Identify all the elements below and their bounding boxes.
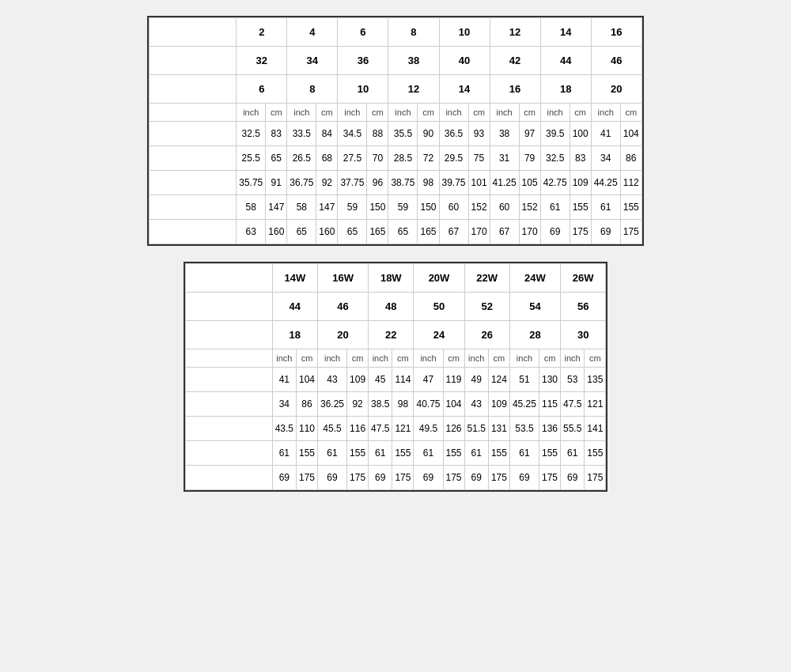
t2-eu-48: 48 bbox=[369, 293, 414, 321]
t2-us-24w: 24W bbox=[509, 264, 560, 293]
height-8-inch: 69 bbox=[591, 220, 620, 244]
t2-hollow-1-inch: 61 bbox=[272, 441, 296, 466]
hips-8-cm: 112 bbox=[620, 171, 642, 195]
t2-hips-6-cm: 136 bbox=[539, 417, 560, 441]
unit-cm-4: cm bbox=[418, 104, 439, 122]
t2-hips-3-cm: 121 bbox=[392, 417, 414, 441]
hollow-6-inch: 60 bbox=[490, 195, 519, 220]
t1-us-16: 16 bbox=[591, 18, 642, 47]
bust-2-cm: 84 bbox=[316, 122, 338, 146]
hollow-4-inch: 59 bbox=[388, 195, 418, 220]
unit-inch-8: inch bbox=[591, 104, 620, 122]
t1-uk-12: 12 bbox=[388, 75, 439, 104]
height-4-cm: 165 bbox=[418, 220, 439, 244]
t1-us-8: 8 bbox=[388, 18, 439, 47]
t2-height-1-cm: 175 bbox=[296, 466, 317, 490]
t2-height-3-cm: 175 bbox=[392, 466, 414, 490]
t2-eu-46: 46 bbox=[318, 293, 369, 321]
hips-7-cm: 109 bbox=[570, 171, 591, 195]
bust-8-cm: 104 bbox=[620, 122, 642, 146]
t1-uk-16: 16 bbox=[490, 75, 540, 104]
hips-7-inch: 42.75 bbox=[540, 171, 570, 195]
t2-hips-1-inch: 43.5 bbox=[272, 417, 296, 441]
t2-waist-1-cm: 86 bbox=[296, 392, 317, 417]
t2-hips-2-inch: 45.5 bbox=[318, 417, 347, 441]
hips-6-inch: 41.25 bbox=[490, 171, 519, 195]
t1-uk-6: 6 bbox=[237, 75, 287, 104]
t2-hollow-2-cm: 155 bbox=[347, 441, 369, 466]
hips-1-cm: 91 bbox=[266, 171, 287, 195]
t2-unit-spacer bbox=[185, 349, 272, 368]
us-size-label: US Size bbox=[149, 18, 237, 47]
waist-2-cm: 68 bbox=[316, 146, 338, 171]
t1-eu-42: 42 bbox=[490, 47, 540, 75]
t2-bust-2-cm: 109 bbox=[347, 368, 369, 392]
waist-7-cm: 83 bbox=[570, 146, 591, 171]
t2-unit-inch-5: inch bbox=[464, 349, 488, 368]
t2-us-20w: 20W bbox=[414, 264, 464, 293]
bust-8-inch: 41 bbox=[591, 122, 620, 146]
t2-hollow-4-inch: 61 bbox=[414, 441, 443, 466]
height-6-inch: 67 bbox=[490, 220, 519, 244]
t2-hollow-1-cm: 155 bbox=[296, 441, 317, 466]
t1-eu-32: 32 bbox=[237, 47, 287, 75]
t2-height-7-inch: 69 bbox=[560, 466, 584, 490]
t2-unit-inch-1: inch bbox=[272, 349, 296, 368]
us-size-row: US Size 2 4 6 8 10 12 14 16 bbox=[149, 18, 642, 47]
t2-bust-5-inch: 49 bbox=[464, 368, 488, 392]
t2-hips-5-cm: 131 bbox=[488, 417, 509, 441]
bust-1-cm: 83 bbox=[266, 122, 287, 146]
hips-label: Hips bbox=[149, 171, 237, 195]
t2-unit-cm-1: cm bbox=[296, 349, 317, 368]
height-1-inch: 63 bbox=[237, 220, 266, 244]
hips-row: Hips 35.7591 36.7592 37.7596 38.7598 39.… bbox=[149, 171, 642, 195]
t2-bust-label: Bust bbox=[185, 368, 272, 392]
bust-4-inch: 35.5 bbox=[388, 122, 418, 146]
unit-spacer bbox=[149, 104, 237, 122]
t1-us-12: 12 bbox=[490, 18, 540, 47]
t2-bust-2-inch: 43 bbox=[318, 368, 347, 392]
height-3-inch: 65 bbox=[338, 220, 367, 244]
t2-waist-5-inch: 43 bbox=[464, 392, 488, 417]
t2-waist-2-inch: 36.25 bbox=[318, 392, 347, 417]
hips-4-cm: 98 bbox=[418, 171, 439, 195]
t2-hips-4-inch: 49.5 bbox=[414, 417, 443, 441]
t1-uk-20: 20 bbox=[591, 75, 642, 104]
waist-4-cm: 72 bbox=[418, 146, 439, 171]
t1-eu-34: 34 bbox=[287, 47, 338, 75]
waist-3-cm: 70 bbox=[367, 146, 388, 171]
hollow-8-cm: 155 bbox=[620, 195, 642, 220]
bust-4-cm: 90 bbox=[418, 122, 439, 146]
t2-unit-cm-2: cm bbox=[347, 349, 369, 368]
unit-cm-5: cm bbox=[468, 104, 490, 122]
uk-size-row: UK Size 6 8 10 12 14 16 18 20 bbox=[149, 75, 642, 104]
t1-us-14: 14 bbox=[540, 18, 591, 47]
hips-2-cm: 92 bbox=[316, 171, 338, 195]
hollow-8-inch: 61 bbox=[591, 195, 620, 220]
hollow-label: Hollow to Hem bbox=[149, 195, 237, 220]
height-2-cm: 160 bbox=[316, 220, 338, 244]
waist-6-inch: 31 bbox=[490, 146, 519, 171]
height-3-cm: 165 bbox=[367, 220, 388, 244]
unit-cm-7: cm bbox=[570, 104, 591, 122]
hips-5-cm: 101 bbox=[468, 171, 490, 195]
unit-inch-7: inch bbox=[540, 104, 570, 122]
hollow-1-cm: 147 bbox=[266, 195, 287, 220]
t2-us-18w: 18W bbox=[369, 264, 414, 293]
t2-bust-6-cm: 130 bbox=[539, 368, 560, 392]
t2-unit-inch-3: inch bbox=[369, 349, 392, 368]
t2-height-5-inch: 69 bbox=[464, 466, 488, 490]
t2-hollow-3-cm: 155 bbox=[392, 441, 414, 466]
t2-hips-row: Hips 43.5110 45.5116 47.5121 49.5126 51.… bbox=[185, 417, 606, 441]
t2-uk-size-row: UK Size 18 20 22 24 26 28 30 bbox=[185, 321, 606, 349]
height-row: Height 63160 65160 65165 65165 67170 671… bbox=[149, 220, 642, 244]
t2-uk-28: 28 bbox=[509, 321, 560, 349]
unit-cm-1: cm bbox=[266, 104, 287, 122]
hips-6-cm: 105 bbox=[519, 171, 540, 195]
height-8-cm: 175 bbox=[620, 220, 642, 244]
t2-us-size-label: US Size bbox=[185, 264, 272, 293]
waist-5-cm: 75 bbox=[468, 146, 490, 171]
t1-us-10: 10 bbox=[439, 18, 490, 47]
height-6-cm: 170 bbox=[519, 220, 540, 244]
t2-unit-cm-4: cm bbox=[443, 349, 464, 368]
